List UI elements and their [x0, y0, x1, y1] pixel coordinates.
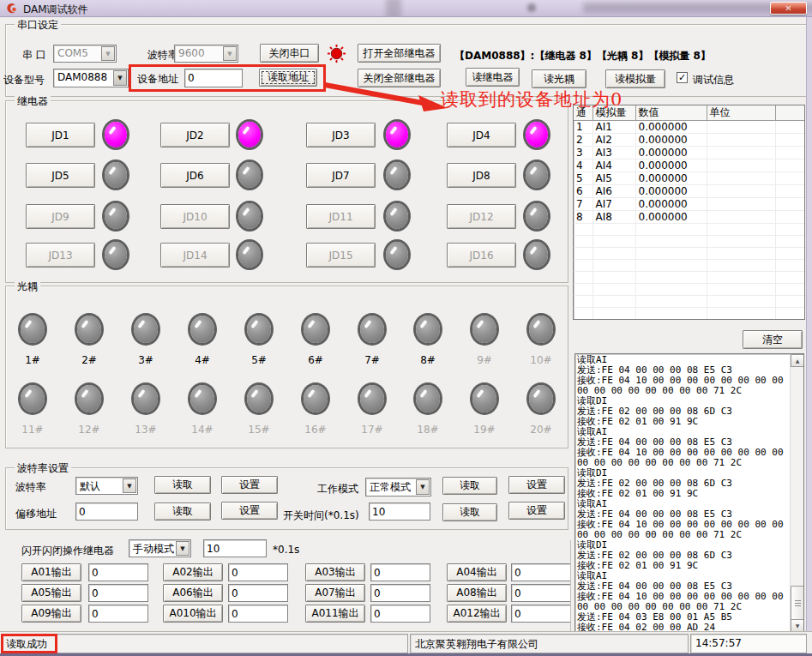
read-switch-time-button[interactable]: 读取	[442, 503, 497, 521]
opto-label-8: 8#	[409, 354, 447, 366]
output-input-a011[interactable]	[370, 605, 430, 623]
relay-button-jd15[interactable]: JD15	[306, 243, 376, 268]
output-button-a05[interactable]: A05输出	[21, 584, 81, 602]
output-button-a011[interactable]: A011输出	[305, 605, 365, 623]
cell-value: 0.000000	[635, 121, 707, 134]
relay-button-jd12[interactable]: JD12	[447, 204, 516, 229]
cell-value: 0.000000	[635, 211, 707, 224]
close-serial-button[interactable]: 关闭串口	[260, 44, 319, 63]
read-relays-button[interactable]: 读继电器	[466, 68, 520, 87]
set-switch-time-button[interactable]: 设置	[508, 502, 565, 520]
flash-time-input[interactable]	[203, 539, 267, 557]
output-input-a09[interactable]	[88, 605, 148, 623]
opto-label-15: 15#	[240, 424, 278, 436]
title-bar: DAM调试软件 ✕	[0, 0, 812, 17]
relay-led-jd16	[526, 242, 548, 268]
opto-group-title: 光耦	[15, 280, 40, 294]
log-scrollbar[interactable]: ▲ ▼	[790, 354, 803, 632]
baud-select[interactable]: 9600 ▼	[174, 45, 238, 63]
baudrate-select[interactable]: 默认 ▼	[75, 477, 138, 495]
relay-button-jd13[interactable]: JD13	[26, 243, 95, 268]
debug-info-checkbox[interactable]: ✓	[677, 72, 688, 83]
relay-button-jd2[interactable]: JD2	[160, 123, 230, 147]
set-work-mode-button[interactable]: 设置	[508, 476, 565, 494]
close-button[interactable]: ✕	[770, 2, 807, 15]
flash-mode-select[interactable]: 手动模式 ▼	[129, 539, 191, 557]
output-button-a02[interactable]: A02输出	[163, 563, 223, 581]
relay-led-jd3	[386, 122, 408, 147]
cell-unit	[707, 134, 775, 147]
output-input-a012[interactable]	[511, 605, 571, 623]
output-input-a05[interactable]	[88, 584, 148, 602]
output-button-a04[interactable]: A04输出	[447, 563, 507, 581]
opto-label-20: 20#	[522, 424, 560, 436]
relay-button-jd6[interactable]: JD6	[160, 163, 230, 188]
output-button-a07[interactable]: A07输出	[305, 584, 365, 602]
relay-button-jd4[interactable]: JD4	[447, 123, 516, 147]
relay-led-jd2	[238, 122, 261, 147]
relay-button-jd10[interactable]: JD10	[160, 204, 230, 229]
read-work-mode-button[interactable]: 读取	[442, 477, 497, 495]
output-button-a010[interactable]: A010输出	[163, 605, 223, 623]
output-input-a010[interactable]	[228, 605, 288, 623]
port-select[interactable]: COM5 ▼	[53, 45, 117, 63]
scrollbar-thumb[interactable]	[791, 586, 804, 623]
relay-button-jd7[interactable]: JD7	[306, 163, 376, 188]
cell-name: AI2	[592, 134, 635, 147]
opto-label-4: 4#	[183, 354, 221, 366]
open-all-relays-button[interactable]: 打开全部继电器	[358, 44, 441, 63]
relay-button-jd5[interactable]: JD5	[26, 163, 95, 188]
output-input-a04[interactable]	[511, 563, 571, 581]
scroll-down-icon[interactable]: ▼	[791, 619, 804, 632]
panel-divider	[570, 540, 571, 631]
output-input-a03[interactable]	[370, 563, 430, 581]
opto-led-18	[416, 385, 440, 412]
output-input-a07[interactable]	[370, 584, 430, 602]
window-border	[806, 17, 812, 631]
table-row: 3AI30.000000	[574, 147, 805, 159]
output-button-a09[interactable]: A09输出	[21, 605, 81, 623]
status-time-panel: 14:57:57	[690, 634, 807, 653]
output-input-a06[interactable]	[228, 584, 288, 602]
read-analog-button[interactable]: 读模拟量	[605, 69, 665, 88]
clear-log-button[interactable]: 清空	[743, 330, 803, 349]
relay-button-jd1[interactable]: JD1	[26, 123, 95, 147]
read-opto-button[interactable]: 读光耦	[532, 69, 586, 88]
relay-button-jd9[interactable]: JD9	[26, 204, 95, 229]
offset-address-input[interactable]	[75, 503, 138, 521]
debug-log[interactable]: 读取AI发送:FE 04 00 00 00 08 E5 C3接收:FE 04 1…	[574, 353, 804, 633]
switch-time-label: 开关时间(*0.1s)	[283, 509, 359, 523]
read-baud-button[interactable]: 读取	[154, 476, 211, 494]
output-input-a02[interactable]	[228, 563, 288, 581]
output-input-a01[interactable]	[88, 563, 148, 581]
output-button-a01[interactable]: A01输出	[21, 563, 81, 581]
relay-button-jd8[interactable]: JD8	[447, 163, 516, 188]
set-offset-button[interactable]: 设置	[221, 502, 278, 520]
relay-button-jd11[interactable]: JD11	[306, 204, 376, 229]
opto-led-3	[134, 316, 158, 343]
relay-button-jd3[interactable]: JD3	[306, 123, 376, 147]
opto-label-5: 5#	[240, 354, 278, 366]
output-input-a08[interactable]	[511, 584, 571, 602]
set-baud-button[interactable]: 设置	[221, 476, 278, 494]
output-button-a012[interactable]: A012输出	[447, 605, 507, 623]
cell-ch: 6	[574, 185, 592, 198]
relay-button-jd16[interactable]: JD16	[447, 243, 516, 268]
switch-time-input[interactable]	[369, 503, 430, 521]
cell-name: AI8	[592, 211, 635, 224]
output-button-a03[interactable]: A03输出	[305, 563, 365, 581]
col-header-value[interactable]: 数值	[635, 105, 707, 121]
flash-operate-label: 闪开闪闭操作继电器	[21, 544, 114, 558]
read-offset-button[interactable]: 读取	[154, 503, 211, 521]
titlebar-glass-blur	[386, 0, 401, 17]
scroll-up-icon[interactable]: ▲	[791, 354, 804, 367]
work-mode-select[interactable]: 正常模式 ▼	[365, 478, 431, 497]
relay-button-jd14[interactable]: JD14	[160, 243, 230, 268]
opto-led-15	[247, 385, 271, 412]
col-header-unit[interactable]: 单位	[707, 105, 775, 121]
chevron-down-icon: ▼	[223, 46, 237, 61]
output-button-a06[interactable]: A06输出	[163, 584, 223, 602]
output-button-a08[interactable]: A08输出	[447, 584, 507, 602]
relay-led-jd12	[526, 203, 548, 229]
device-model-select[interactable]: DAM0888 ▼	[53, 69, 129, 87]
